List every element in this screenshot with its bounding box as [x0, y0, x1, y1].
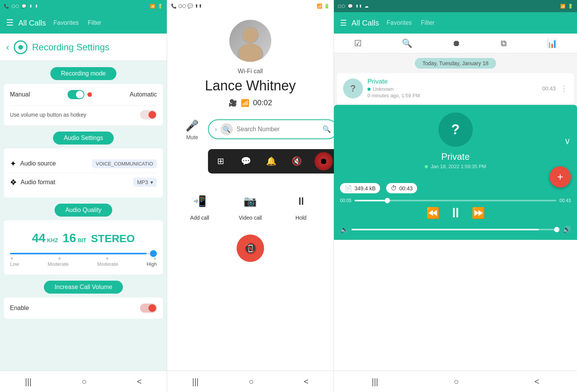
- search-lens-icon: 🔍: [223, 126, 230, 133]
- nav-menu-p3[interactable]: |||: [372, 377, 378, 387]
- slider-thumb: [150, 250, 157, 257]
- quality-bit-unit: BIT: [78, 237, 87, 243]
- audio-quality-card: 44 KHZ 16 BIT STEREO Low: [4, 220, 163, 275]
- nav-home-p2[interactable]: ○: [248, 377, 253, 387]
- battery-icon: 🔋: [158, 4, 163, 9]
- p3-search-icon[interactable]: 🔍: [402, 39, 412, 48]
- slider-labels: Low Moderate Moderate High: [10, 261, 157, 267]
- keypad-icon: ⊞: [217, 156, 224, 166]
- search-number-input[interactable]: [237, 126, 319, 133]
- enable-toggle[interactable]: [140, 304, 157, 313]
- quality-khz-num: 44: [32, 231, 46, 245]
- record-button[interactable]: ⏺: [314, 152, 333, 170]
- expanded-panel: ? Private Jan 18, 2022 1:59:35 PM ∨ + 📄 …: [334, 105, 577, 371]
- slider-track: [10, 253, 157, 254]
- hotkey-row: Use volume up button as hotkey: [10, 105, 157, 119]
- back-button[interactable]: ‹: [6, 42, 9, 53]
- audio-format-select[interactable]: MP3 ▾: [133, 178, 157, 187]
- p2-battery-icon: 🔋: [324, 3, 330, 9]
- notification-button[interactable]: 🔔: [264, 154, 279, 169]
- p1-status-icons: 📞 ⬡⬡ 💬 ⬆ ⬆: [4, 4, 38, 9]
- video-call-icon[interactable]: 📷: [240, 190, 261, 212]
- rec-settings-icon: [14, 40, 27, 54]
- fab-add-button[interactable]: +: [550, 166, 571, 188]
- rewind-button[interactable]: ⏪: [426, 207, 440, 219]
- dot-mod2: [106, 257, 108, 260]
- more-options-icon[interactable]: ⋮: [560, 84, 568, 93]
- search-bar[interactable]: › 🔍 🔍: [208, 119, 338, 139]
- p1-tab-favorites[interactable]: Favorites: [53, 19, 79, 26]
- nav-home-p3[interactable]: ○: [454, 377, 459, 387]
- nav-menu-p2[interactable]: |||: [192, 377, 198, 387]
- p3-copy-icon[interactable]: ⧉: [501, 39, 507, 48]
- mute-toolbar-button[interactable]: 🔇: [289, 154, 304, 169]
- player-progress-row: 00:05 00:43: [340, 198, 571, 203]
- hotkey-toggle[interactable]: [140, 110, 157, 119]
- p3-menu-icon[interactable]: ☰: [340, 18, 347, 27]
- p3-record-circle-icon[interactable]: ⏺: [452, 39, 461, 48]
- player-time-start: 00:05: [340, 198, 351, 203]
- add-call-icon[interactable]: 📲: [189, 190, 210, 212]
- toggle-group[interactable]: [68, 90, 92, 99]
- label-mod1: Moderate: [48, 261, 69, 267]
- call-duration: 00:43: [542, 85, 556, 92]
- manual-auto-toggle-row: Manual Automatic: [10, 90, 157, 99]
- p3-battery: 🔋: [568, 4, 573, 9]
- call-time-text: 0 minutes ago, 1:59 PM: [367, 93, 420, 98]
- mute-icon[interactable]: 🎤: [185, 119, 199, 132]
- p1-navbar: ||| ○ <: [0, 371, 167, 392]
- dot-high: [154, 257, 156, 260]
- player-controls: ⏪ ⏸ ⏩: [340, 205, 571, 221]
- p2-status-right: 📶 🔋: [317, 3, 330, 9]
- p1-tab-filter[interactable]: Filter: [88, 19, 102, 26]
- audio-quality-section: Audio Quality: [0, 204, 167, 217]
- check-icon[interactable]: ☑: [354, 39, 362, 48]
- p3-tab-filter[interactable]: Filter: [421, 19, 435, 26]
- player-track[interactable]: [355, 200, 556, 201]
- recording-mode-badge: Recording mode: [50, 67, 116, 80]
- message-button[interactable]: 💬: [239, 154, 254, 169]
- nav-menu-p1[interactable]: |||: [25, 377, 32, 387]
- call-timer: 00:02: [253, 98, 272, 107]
- label-mod2: Moderate: [97, 261, 118, 267]
- call-list-item[interactable]: ? Private Unknown 0 minutes ago, 1:59 PM…: [337, 73, 574, 103]
- p3-wifi: 📶: [560, 4, 566, 9]
- nav-back-p3[interactable]: <: [534, 377, 539, 387]
- p3-tabs: Favorites Filter: [387, 19, 434, 26]
- volume-row: 🔈 🔊: [340, 225, 571, 234]
- wifi-call-icon: 📶: [241, 99, 249, 107]
- pause-button[interactable]: ⏸: [449, 205, 463, 221]
- player-thumb: [385, 198, 390, 203]
- audio-format-row: ❖ Audio format MP3 ▾: [10, 173, 157, 191]
- call-status-text: Unknown: [373, 86, 393, 92]
- end-call-button[interactable]: 📵: [237, 235, 264, 262]
- p3-icon1: ⬡⬡: [338, 4, 345, 9]
- rec-icon-dot: [18, 45, 23, 50]
- p3-icon4: ☁: [364, 4, 369, 9]
- p2-wifi-icon: 📶: [317, 3, 322, 9]
- call-actions-row: 📲 Add call 📷 Video call ⏸ Hold: [167, 190, 334, 221]
- p3-toolbar: ☑ 🔍 ⏺ ⧉ 📊: [334, 34, 577, 53]
- hotkey-label: Use volume up button as hotkey: [10, 112, 86, 118]
- automatic-label: Automatic: [130, 91, 157, 98]
- audio-settings-card: ✦ Audio source VOICE_COMMUNICATIO ❖ Audi…: [4, 148, 163, 198]
- keypad-button[interactable]: ⊞: [213, 154, 228, 169]
- menu-icon[interactable]: ☰: [6, 18, 14, 28]
- manual-auto-toggle[interactable]: [68, 90, 84, 99]
- volume-track[interactable]: [351, 229, 559, 230]
- nav-back-p1[interactable]: <: [137, 377, 142, 387]
- nav-back-p2[interactable]: <: [304, 377, 309, 387]
- audio-source-value[interactable]: VOICE_COMMUNICATIO: [92, 159, 157, 168]
- call-status-dot: [367, 88, 371, 91]
- p1-statusbar: 📞 ⬡⬡ 💬 ⬆ ⬆ 📶 🔋: [0, 0, 167, 12]
- signal-icon: ⬡⬡: [11, 4, 19, 9]
- hold-icon[interactable]: ⏸: [290, 190, 312, 212]
- p3-chart-icon[interactable]: 📊: [547, 39, 557, 48]
- nav-home-p1[interactable]: ○: [82, 377, 87, 387]
- p3-tab-favorites[interactable]: Favorites: [387, 19, 412, 26]
- collapse-button[interactable]: ∨: [564, 136, 571, 146]
- forward-button[interactable]: ⏩: [472, 207, 485, 219]
- quality-slider[interactable]: Low Moderate Moderate High: [10, 250, 157, 268]
- search-section: › 🔍 🔍 ⊞ 💬 🔔: [208, 119, 338, 186]
- toggle-dot: [87, 92, 92, 97]
